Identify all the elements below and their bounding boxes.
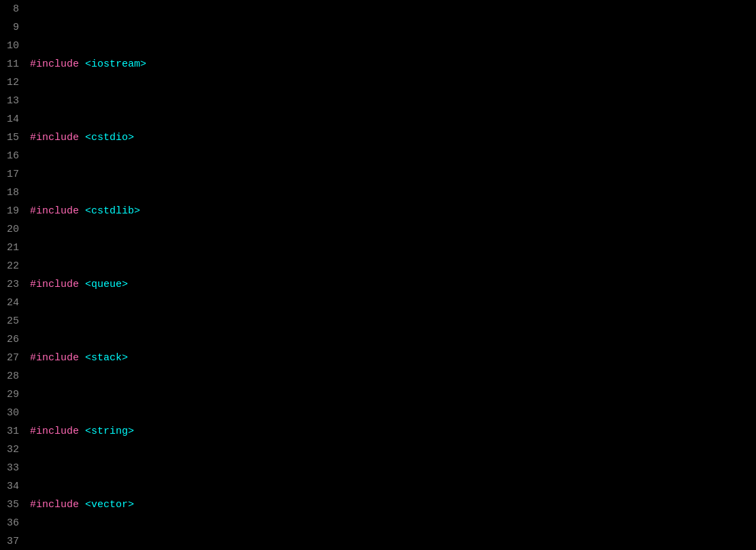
- code-line-9: #include <cstdio>: [30, 128, 751, 147]
- code-content: #include <iostream> #include <cstdio> #i…: [24, 0, 756, 550]
- code-line-11: #include <queue>: [30, 275, 751, 294]
- code-editor: 8 9 10 11 12 13 14 15 16 17 18 19 20 21 …: [0, 0, 756, 550]
- code-line-10: #include <cstdlib>: [30, 202, 751, 220]
- code-line-12: #include <stack>: [30, 349, 751, 367]
- code-line-14: #include <vector>: [30, 496, 751, 514]
- code-line-8: #include <iostream>: [30, 55, 751, 73]
- line-numbers: 8 9 10 11 12 13 14 15 16 17 18 19 20 21 …: [0, 0, 24, 550]
- code-line-13: #include <string>: [30, 422, 751, 441]
